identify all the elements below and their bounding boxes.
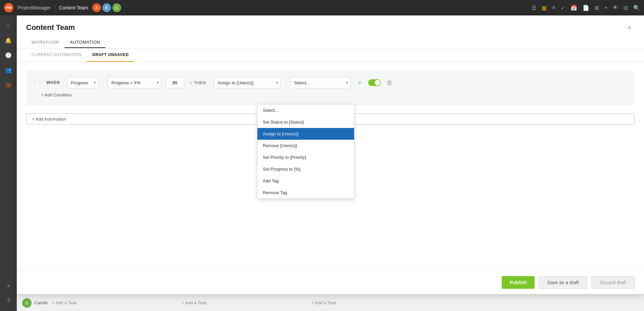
- action-dropdown-wrapper: Assign to [User(s)]: [214, 77, 281, 88]
- dropdown-option-set-priority[interactable]: Set Priority to [Priority]: [257, 151, 354, 163]
- tab-workflow[interactable]: WORKFLOW: [26, 37, 64, 48]
- field-dropdown-wrapper: Progress: [67, 77, 98, 88]
- colon-1: :: [102, 80, 104, 85]
- sidebar-clock[interactable]: 🕐: [2, 49, 14, 61]
- add-condition-button[interactable]: + Add Condition: [41, 91, 72, 99]
- dropdown-option-remove-user[interactable]: Remove [User(s)]: [257, 140, 354, 151]
- toggle-switch[interactable]: [368, 79, 381, 86]
- user-dropdown-wrapper: Select...: [290, 77, 351, 88]
- remove-action-button[interactable]: ✕: [355, 78, 364, 87]
- filter-icon[interactable]: ⊟: [624, 5, 628, 11]
- app-bar: PM ProjectManager Content Team A B C ☰ ▦…: [0, 0, 644, 15]
- close-button[interactable]: ×: [624, 22, 635, 33]
- table-icon[interactable]: ⊞: [595, 5, 599, 11]
- save-draft-button[interactable]: Save as a draft: [539, 276, 587, 289]
- delete-row-button[interactable]: 🗑: [385, 78, 394, 87]
- sidebar-users[interactable]: 👥: [2, 64, 14, 76]
- subtab-current[interactable]: CURRENT AUTOMATION: [26, 48, 87, 62]
- dropdown-option-add-tag[interactable]: Add Tag: [257, 175, 354, 187]
- drag-handle[interactable]: ⋮⋮: [33, 80, 42, 85]
- add-task-3[interactable]: + Add a Task: [311, 300, 337, 305]
- action-dropdown[interactable]: Assign to [User(s)]: [214, 77, 281, 88]
- app-logo: PM: [4, 3, 13, 12]
- value-input[interactable]: [165, 77, 184, 88]
- publish-button[interactable]: Publish: [502, 276, 535, 289]
- app-name: ProjectManager: [17, 5, 51, 10]
- project-name-bar: Content Team: [59, 5, 88, 10]
- dropdown-option-select[interactable]: Select...: [257, 104, 354, 116]
- colon-3: :: [285, 80, 286, 85]
- avatar-1[interactable]: A: [92, 3, 101, 12]
- sidebar-home[interactable]: ⌂: [2, 19, 14, 32]
- when-row: ⋮⋮ WHEN Progress : Progress < X% →: [33, 77, 628, 88]
- avatar-3[interactable]: C: [112, 3, 121, 12]
- when-label: WHEN: [46, 80, 63, 85]
- operator-dropdown[interactable]: Progress < X%: [108, 77, 161, 88]
- file-icon[interactable]: 📄: [583, 5, 589, 11]
- sidebar-plus[interactable]: +: [2, 280, 14, 292]
- sub-tabs: CURRENT AUTOMATION DRAFT UNSAVED: [17, 48, 644, 62]
- subtab-draft[interactable]: DRAFT UNSAVED: [87, 48, 134, 62]
- dropdown-option-set-status[interactable]: Set Status to [Status]: [257, 116, 354, 128]
- current-user: C Camilo: [22, 298, 48, 308]
- modal-footer: Publish Save as a draft Discard draft: [17, 270, 644, 294]
- app-bar-icons: ☰ ▦ ≡ ✓ 📅 📄 ⊞ + 👁 ⊟ 🔍: [532, 5, 640, 11]
- calendar-icon[interactable]: 📅: [571, 5, 577, 11]
- user-name: Camilo: [34, 300, 48, 305]
- add-task-2[interactable]: + Add a Task: [182, 300, 207, 305]
- sidebar-help[interactable]: ?: [2, 295, 14, 307]
- action-dropdown-menu: Select... Set Status to [Status] Assign …: [257, 104, 354, 199]
- add-task-1[interactable]: + Add a Task: [52, 300, 77, 305]
- sidebar-bell[interactable]: 🔔: [2, 34, 14, 46]
- list-icon[interactable]: ≡: [552, 5, 555, 11]
- arrow-then: → THEN: [188, 80, 206, 85]
- automation-rule-block: ⋮⋮ WHEN Progress : Progress < X% →: [26, 70, 635, 105]
- search-icon[interactable]: 🔍: [633, 5, 640, 11]
- sidebar-briefcase[interactable]: 💼: [2, 79, 14, 91]
- discard-draft-button[interactable]: Discard draft: [591, 276, 635, 289]
- check-icon[interactable]: ✓: [561, 5, 565, 11]
- operator-dropdown-wrapper: Progress < X%: [108, 77, 161, 88]
- plus-icon[interactable]: +: [604, 5, 607, 11]
- user-avatar: C: [22, 298, 32, 308]
- dropdown-option-assign-user[interactable]: Assign to [User(s)]: [257, 128, 354, 140]
- avatar-group: A B C: [92, 3, 121, 12]
- modal-header: Content Team ×: [17, 15, 644, 33]
- bar-chart-icon[interactable]: ▦: [542, 5, 547, 11]
- dropdown-option-set-progress[interactable]: Set Progress to [%]: [257, 163, 354, 175]
- dropdown-option-remove-tag[interactable]: Remove Tag: [257, 187, 354, 198]
- menu-icon[interactable]: ☰: [532, 5, 536, 11]
- tab-automation[interactable]: AUTOMATION: [64, 37, 105, 48]
- avatar-2[interactable]: B: [102, 3, 111, 12]
- user-dropdown[interactable]: Select...: [290, 77, 351, 88]
- bottom-bar: C Camilo + Add a Task + Add a Task + Add…: [17, 294, 644, 311]
- modal-title: Content Team: [26, 23, 75, 32]
- sidebar: ⌂ 🔔 🕐 👥 💼 + ?: [0, 15, 17, 311]
- app-bar-divider: [55, 4, 55, 11]
- field-dropdown[interactable]: Progress: [67, 77, 98, 88]
- modal-tabs: WORKFLOW AUTOMATION: [17, 33, 644, 48]
- eye-icon[interactable]: 👁: [613, 5, 618, 11]
